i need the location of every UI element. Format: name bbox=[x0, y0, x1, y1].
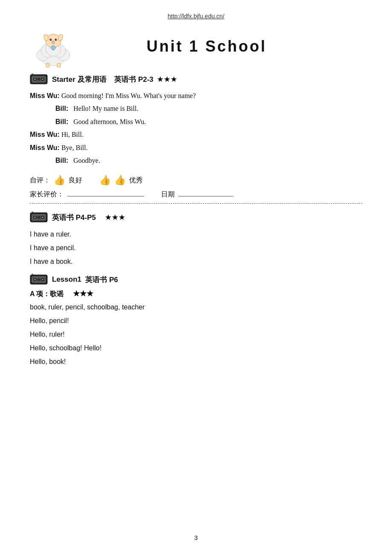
dialogue-section: Miss Wu: Good morning! I'm Miss Wu. What… bbox=[30, 89, 362, 167]
self-eval-label: 自评： bbox=[30, 176, 50, 185]
section2-book-ref: 英语书 P4-P5 bbox=[52, 213, 96, 222]
cassette-icon-2 bbox=[30, 211, 48, 223]
svg-rect-15 bbox=[57, 63, 61, 67]
svg-point-11 bbox=[52, 41, 55, 43]
lesson1-book-ref: 英语书 P6 bbox=[85, 275, 118, 285]
lesson1-stars: ★★★ bbox=[73, 289, 93, 298]
section2-line-1: I have a ruler. bbox=[30, 228, 362, 241]
excellent-label: 优秀 bbox=[129, 176, 143, 185]
dialogue-line-4: Miss Wu: Hi, Bill. bbox=[30, 128, 362, 141]
section2-content: I have a ruler. I have a pencil. I have … bbox=[30, 228, 362, 268]
svg-rect-42 bbox=[37, 278, 40, 281]
parent-eval-label: 家长评价： bbox=[30, 190, 144, 199]
dialogue-text-6: Goodbye. bbox=[70, 157, 100, 164]
section-divider bbox=[30, 203, 362, 204]
top-section: Unit 1 School bbox=[30, 27, 362, 66]
speaker-bill-3: Bill: bbox=[55, 157, 68, 164]
page-number: 3 bbox=[194, 534, 198, 541]
lesson1-label: Lesson1 bbox=[52, 275, 81, 284]
section2-stars: ★★★ bbox=[105, 213, 125, 222]
mascot-image bbox=[30, 27, 77, 66]
speaker-bill-1: Bill: bbox=[55, 105, 68, 112]
svg-point-30 bbox=[34, 216, 36, 218]
speaker-miss-wu-3: Miss Wu: bbox=[30, 144, 60, 151]
starter-section-header: Starter 及常用语 英语书 P2-3 ★★★ bbox=[30, 73, 362, 85]
svg-point-41 bbox=[42, 279, 43, 280]
cassette-icon bbox=[30, 73, 48, 85]
svg-rect-24 bbox=[37, 78, 40, 81]
dialogue-line-2: Bill: Hello! My name is Bill. bbox=[55, 102, 362, 115]
lesson1-header: Lesson1 英语书 P6 bbox=[30, 274, 362, 286]
dialogue-line-3: Bill: Good afternoon, Miss Wu. bbox=[55, 115, 362, 128]
svg-point-10 bbox=[56, 39, 57, 40]
date-line bbox=[178, 196, 233, 196]
song-line-4: Hello, schoolbag! Hello! bbox=[30, 341, 362, 355]
dialogue-line-5: Miss Wu: Bye, Bill. bbox=[30, 141, 362, 154]
section2-line-3: I have a book. bbox=[30, 255, 362, 268]
thumb-up-excellent-1: 👍 bbox=[99, 175, 111, 186]
self-eval-section: 自评： 👍 良好 👍 👍 优秀 bbox=[30, 175, 362, 186]
starter-stars: ★★★ bbox=[157, 75, 177, 84]
song-line-3: Hello, ruler! bbox=[30, 328, 362, 341]
speaker-miss-wu-2: Miss Wu: bbox=[30, 131, 60, 138]
starter-label: Starter 及常用语 英语书 P2-3 bbox=[52, 75, 153, 84]
dialogue-text-5: Bye, Bill. bbox=[61, 144, 88, 151]
dialogue-text-1: Good morning! I'm Miss Wu. What's your n… bbox=[61, 92, 196, 99]
subsection-a-header: A 项：歌谣 ★★★ bbox=[30, 289, 362, 299]
dialogue-text-4: Hi, Bill. bbox=[61, 131, 84, 138]
song-line-2: Hello, pencil! bbox=[30, 314, 362, 328]
parent-eval-line bbox=[67, 196, 144, 196]
svg-point-9 bbox=[51, 39, 52, 40]
svg-rect-14 bbox=[46, 63, 49, 67]
svg-point-32 bbox=[42, 216, 43, 218]
lesson1-song-lines: book, ruler, pencil, schoolbag, teacher … bbox=[30, 300, 362, 369]
parent-eval-section: 家长评价： 日期 bbox=[30, 190, 362, 199]
date-section: 日期 bbox=[161, 190, 233, 199]
svg-point-8 bbox=[55, 39, 57, 41]
dialogue-line-6: Bill: Goodbye. bbox=[55, 154, 362, 167]
svg-point-21 bbox=[34, 78, 36, 80]
dialogue-line-1: Miss Wu: Good morning! I'm Miss Wu. What… bbox=[30, 89, 362, 102]
svg-point-16 bbox=[51, 46, 55, 50]
section2-header: 英语书 P4-P5 ★★★ bbox=[30, 211, 362, 223]
thumb-up-good: 👍 bbox=[54, 175, 65, 186]
cassette-icon-3 bbox=[30, 274, 48, 286]
song-line-1: book, ruler, pencil, schoolbag, teacher bbox=[30, 300, 362, 314]
dialogue-text-2: Hello! My name is Bill. bbox=[70, 105, 138, 112]
dialogue-text-3: Good afternoon, Miss Wu. bbox=[70, 118, 146, 125]
song-line-5: Hello, book! bbox=[30, 355, 362, 369]
svg-point-23 bbox=[42, 78, 43, 80]
good-label: 良好 bbox=[69, 176, 82, 185]
url-bar: http://ldfx.bjfu.edu.cn/ bbox=[30, 13, 362, 20]
thumb-up-excellent-2: 👍 bbox=[114, 175, 126, 186]
svg-point-7 bbox=[50, 39, 52, 41]
speaker-miss-wu-1: Miss Wu: bbox=[30, 92, 60, 99]
unit-title: Unit 1 School bbox=[85, 38, 362, 55]
speaker-bill-2: Bill: bbox=[55, 118, 68, 125]
svg-rect-33 bbox=[37, 216, 40, 219]
svg-point-39 bbox=[34, 279, 36, 280]
section2-line-2: I have a pencil. bbox=[30, 241, 362, 255]
